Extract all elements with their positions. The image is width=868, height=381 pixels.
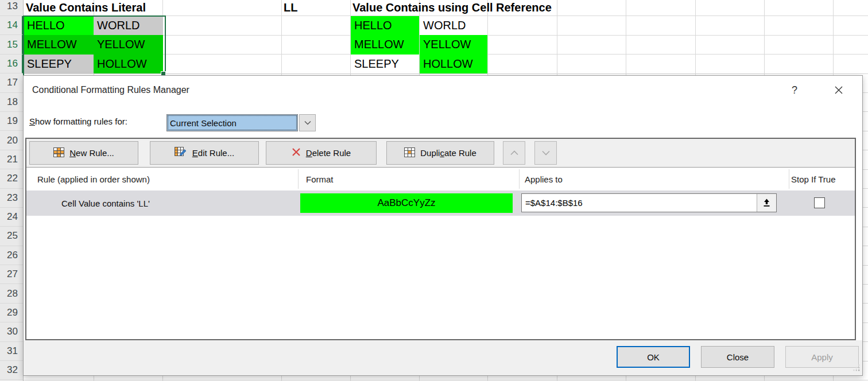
applies-to-field: [521, 193, 777, 212]
format-preview: AaBbCcYyZz: [300, 193, 513, 213]
row-number-32[interactable]: 32: [0, 361, 23, 380]
row-number-16[interactable]: 16: [0, 55, 23, 73]
header-ll: LL: [284, 0, 297, 16]
cell-e15[interactable]: MELLOW: [351, 35, 419, 54]
cell-e14[interactable]: HELLO: [351, 16, 419, 35]
row-number-20[interactable]: 20: [0, 131, 23, 150]
header-value-contains-cell-reference: Value Contains using Cell Reference: [352, 0, 552, 16]
row-number-22[interactable]: 22: [0, 169, 23, 188]
stop-if-true-checkbox[interactable]: [814, 197, 825, 208]
column-header-applies-to: Applies to: [525, 168, 563, 190]
collapse-range-icon: [763, 199, 770, 207]
row-number-27[interactable]: 27: [0, 265, 23, 284]
row-number-29[interactable]: 29: [0, 304, 23, 322]
cell-f15[interactable]: YELLOW: [420, 35, 487, 54]
red-x-icon: [292, 147, 301, 158]
collapse-dialog-button[interactable]: [757, 194, 776, 212]
show-rules-label: Show formatting rules for:: [29, 116, 127, 126]
applies-to-input[interactable]: [522, 194, 757, 212]
rules-frame: New Rule... Edit Rule... Delete Rul: [25, 138, 856, 340]
chevron-down-icon[interactable]: [299, 114, 316, 131]
cell-b15[interactable]: YELLOW: [94, 35, 163, 54]
cf-rules-manager-dialog: Conditional Formatting Rules Manager ? S…: [23, 75, 863, 376]
column-header-format: Format: [306, 168, 334, 190]
row-number-23[interactable]: 23: [0, 189, 23, 208]
cell-e16[interactable]: SLEEPY: [351, 55, 419, 73]
row-number-25[interactable]: 25: [0, 227, 23, 246]
row-header-column: 13 14 15 16 17 18 19 20 21 22 23 24 25 2…: [0, 0, 24, 381]
ok-button[interactable]: OK: [617, 346, 690, 368]
row-number-31[interactable]: 31: [0, 342, 23, 361]
edit-rule-button[interactable]: Edit Rule...: [150, 141, 259, 165]
scope-dropdown-value[interactable]: Current Selection: [166, 114, 298, 131]
cell-b14[interactable]: WORLD: [94, 16, 163, 35]
column-header-rule: Rule (applied in order shown): [37, 168, 150, 190]
table-grid-icon: [404, 147, 415, 159]
cell-a15[interactable]: MELLOW: [24, 35, 94, 54]
row-number-26[interactable]: 26: [0, 246, 23, 265]
table-grid-icon: [53, 147, 64, 159]
column-divider: [519, 169, 520, 189]
rules-list-header: Rule (applied in order shown) Format App…: [26, 168, 855, 190]
cell-a16[interactable]: SLEEPY: [24, 55, 94, 73]
chevron-down-icon: [542, 150, 550, 155]
duplicate-rule-button[interactable]: Duplicate Rule: [386, 141, 494, 165]
delete-rule-button[interactable]: Delete Rule: [266, 141, 377, 165]
column-divider: [298, 169, 299, 189]
row-number-18[interactable]: 18: [0, 93, 23, 112]
row-number-19[interactable]: 19: [0, 112, 23, 131]
column-divider: [789, 169, 789, 189]
table-pencil-icon: [175, 147, 187, 159]
row-number-28[interactable]: 28: [0, 284, 23, 303]
row-number-30[interactable]: 30: [0, 322, 23, 341]
move-rule-down-button[interactable]: [534, 141, 557, 165]
close-button[interactable]: Close: [701, 346, 774, 368]
new-rule-button[interactable]: New Rule...: [29, 141, 138, 165]
move-rule-up-button[interactable]: [503, 141, 525, 165]
cell-f14[interactable]: WORLD: [420, 16, 487, 35]
rule-description: Cell Value contains 'LL': [61, 190, 150, 216]
row-number-24[interactable]: 24: [0, 208, 23, 227]
header-value-contains-literal: Value Contains Literal: [26, 0, 146, 16]
rules-toolbar: New Rule... Edit Rule... Delete Rul: [26, 139, 855, 168]
scope-dropdown[interactable]: Current Selection: [166, 114, 316, 131]
cell-f16[interactable]: HOLLOW: [420, 55, 487, 73]
row-number-15[interactable]: 15: [0, 35, 23, 54]
cell-b16[interactable]: HOLLOW: [94, 55, 163, 73]
row-number-17[interactable]: 17: [0, 73, 23, 92]
rule-row-selected[interactable]: Cell Value contains 'LL' AaBbCcYyZz: [26, 190, 855, 216]
row-number-13[interactable]: 13: [0, 0, 23, 16]
resize-grip-icon[interactable]: [853, 364, 861, 374]
row-number-21[interactable]: 21: [0, 150, 23, 169]
column-header-stop-if-true: Stop If True: [791, 168, 836, 190]
row-number-14[interactable]: 14: [0, 16, 23, 35]
close-icon[interactable]: [830, 83, 847, 98]
apply-button[interactable]: Apply: [785, 346, 859, 368]
chevron-up-icon: [510, 150, 518, 155]
help-icon[interactable]: ?: [787, 83, 802, 98]
dialog-footer: OK Close Apply: [24, 340, 862, 375]
cell-a14[interactable]: HELLO: [24, 16, 94, 35]
dialog-title: Conditional Formatting Rules Manager: [32, 85, 189, 95]
